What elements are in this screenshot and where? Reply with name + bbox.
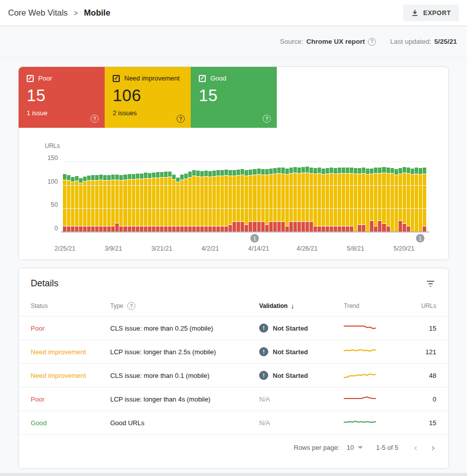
filter-icon[interactable] — [425, 279, 436, 289]
annotation-marker[interactable]: 1 — [416, 234, 424, 243]
chart-bar[interactable] — [326, 162, 329, 232]
column-header-urls[interactable]: URLs — [408, 302, 436, 309]
chart-bar[interactable] — [285, 162, 289, 232]
chart-bar[interactable] — [200, 162, 204, 232]
chart-bar[interactable] — [382, 162, 385, 232]
chart-bar[interactable] — [136, 162, 139, 232]
export-button[interactable]: EXPORT — [403, 5, 459, 21]
table-row[interactable]: Need improvement LCP issue: longer than … — [19, 340, 448, 363]
chart-bar[interactable] — [403, 162, 406, 232]
chart-bar[interactable] — [346, 162, 349, 232]
chart-bar[interactable] — [196, 162, 200, 232]
chart-bar[interactable] — [152, 162, 155, 232]
table-row[interactable]: Good Good URLs ! N/A 15 — [19, 411, 448, 434]
chart-bar[interactable] — [415, 162, 418, 232]
chart-bar[interactable] — [184, 162, 188, 232]
summary-card-good[interactable]: ✓ Good 15 ? — [191, 67, 277, 128]
chart-bar[interactable] — [220, 162, 224, 232]
chart-bar[interactable] — [249, 162, 252, 232]
chart-bar[interactable] — [407, 162, 410, 232]
chart-bar[interactable] — [293, 162, 297, 232]
summary-card-poor[interactable]: ✓ Poor 15 1 issue ? — [19, 67, 105, 128]
chart-bar[interactable] — [188, 162, 192, 232]
chart-bar[interactable] — [358, 162, 361, 232]
chart-bar[interactable] — [172, 162, 176, 232]
chart-bar[interactable] — [132, 162, 135, 232]
chart-bar[interactable] — [370, 162, 373, 232]
chart-bar[interactable] — [119, 162, 123, 232]
chart-bar[interactable] — [399, 162, 402, 232]
chart-bar[interactable] — [128, 162, 131, 232]
chart-bar[interactable] — [391, 162, 394, 232]
chart-bar[interactable] — [237, 162, 240, 232]
column-header-status[interactable]: Status — [31, 302, 110, 309]
annotation-marker[interactable]: 1 — [251, 234, 259, 243]
chart-bar[interactable] — [83, 162, 87, 232]
chart-bar[interactable] — [180, 162, 184, 232]
chart-bar[interactable] — [265, 162, 269, 232]
chart-bar[interactable] — [156, 162, 160, 232]
good-checkbox[interactable]: ✓ — [199, 75, 206, 82]
chart-bar[interactable] — [232, 162, 236, 232]
chart-bar[interactable] — [140, 162, 143, 232]
chart-bar[interactable] — [67, 162, 70, 232]
source-help-icon[interactable]: ? — [368, 38, 376, 46]
chart-bar[interactable] — [334, 162, 337, 232]
chart-bar[interactable] — [253, 162, 256, 232]
chart-bar[interactable] — [164, 162, 168, 232]
table-row[interactable]: Need improvement CLS issue: more than 0.… — [19, 363, 448, 387]
chart-bar[interactable] — [111, 162, 115, 232]
chart-bar[interactable] — [269, 162, 273, 232]
chart-bar[interactable] — [314, 162, 317, 232]
chart-bar[interactable] — [144, 162, 147, 232]
chart-bar[interactable] — [301, 162, 305, 232]
breadcrumb-root[interactable]: Core Web Vitals — [8, 8, 68, 18]
chart-bar[interactable] — [204, 162, 208, 232]
previous-page-button[interactable]: ‹ — [411, 442, 420, 453]
summary-card-need-improvement[interactable]: ✓ Need improvement 106 2 issues ? — [105, 67, 191, 128]
chart-bar[interactable] — [261, 162, 265, 232]
chart-bar[interactable] — [309, 162, 313, 232]
poor-help-icon[interactable]: ? — [91, 114, 99, 123]
chart-bar[interactable] — [99, 162, 103, 232]
chart-bar[interactable] — [75, 162, 79, 232]
chart-bar[interactable] — [224, 162, 228, 232]
chart-bar[interactable] — [318, 162, 321, 232]
chart-bar[interactable] — [115, 162, 119, 232]
chart-bar[interactable] — [374, 162, 377, 232]
chart-bar[interactable] — [241, 162, 244, 232]
column-header-trend[interactable]: Trend — [344, 302, 408, 309]
chart-bar[interactable] — [71, 162, 74, 232]
chart-bar[interactable] — [281, 162, 285, 232]
rows-per-page-select[interactable]: 10 — [347, 444, 363, 451]
poor-checkbox[interactable]: ✓ — [27, 75, 34, 82]
chart-bar[interactable] — [95, 162, 99, 232]
chart-bar[interactable] — [91, 162, 95, 232]
chart-bar[interactable] — [212, 162, 216, 232]
chart-bar[interactable] — [411, 162, 414, 232]
chart-bar[interactable] — [362, 162, 365, 232]
chart-bar[interactable] — [63, 162, 66, 232]
chart-bar[interactable] — [123, 162, 127, 232]
chart-bar[interactable] — [216, 162, 220, 232]
good-help-icon[interactable]: ? — [263, 114, 271, 123]
chart-bar[interactable] — [305, 162, 309, 232]
next-page-button[interactable]: › — [429, 442, 437, 453]
chart-bar[interactable] — [330, 162, 333, 232]
column-header-type[interactable]: Type ? — [110, 302, 259, 310]
table-row[interactable]: Poor CLS issue: more than 0.25 (mobile) … — [19, 316, 448, 340]
chart-bar[interactable] — [79, 162, 83, 232]
chart-bar[interactable] — [103, 162, 107, 232]
chart-bar[interactable] — [366, 162, 369, 232]
chart-bar[interactable] — [107, 162, 111, 232]
chart-bar[interactable] — [297, 162, 301, 232]
chart-bar[interactable] — [257, 162, 261, 232]
table-row[interactable]: Poor LCP issue: longer than 4s (mobile) … — [19, 387, 448, 411]
type-help-icon[interactable]: ? — [127, 302, 135, 310]
chart-bar[interactable] — [338, 162, 341, 232]
chart-bar[interactable] — [228, 162, 232, 232]
need-improvement-checkbox[interactable]: ✓ — [113, 75, 120, 82]
chart-bar[interactable] — [342, 162, 345, 232]
column-header-validation[interactable]: Validation ↓ — [259, 302, 344, 310]
chart-bar[interactable] — [176, 162, 180, 232]
